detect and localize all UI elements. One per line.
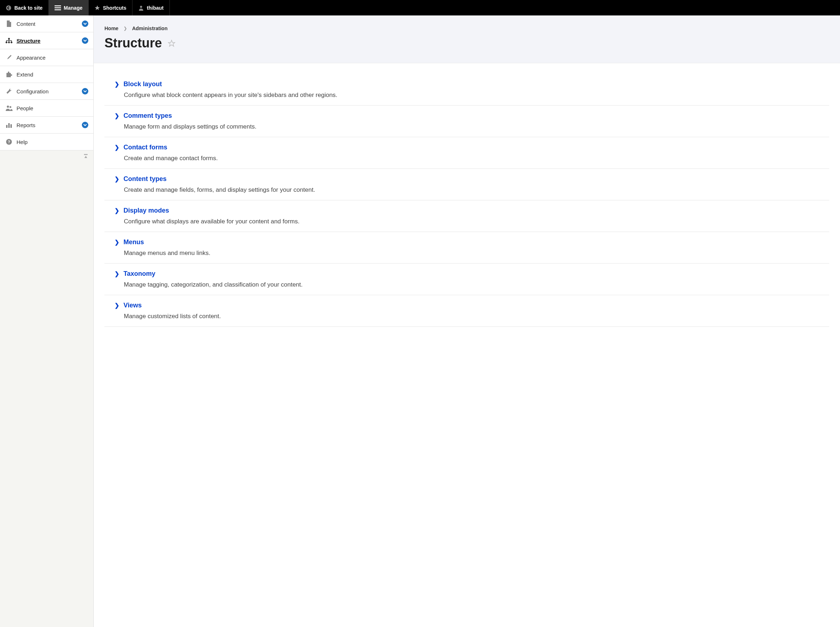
list-item: ❯ Views Manage customized lists of conte… <box>104 295 829 327</box>
paintbrush-icon <box>5 54 13 61</box>
admin-list: ❯ Block layout Configure what block cont… <box>94 63 840 337</box>
hamburger-icon <box>55 5 61 10</box>
chevron-down-icon[interactable] <box>82 122 88 128</box>
user-label: thibaut <box>147 5 164 11</box>
breadcrumb-admin[interactable]: Administration <box>132 25 168 31</box>
chevron-right-icon: ❯ <box>115 239 119 246</box>
sidebar-item-label: Extend <box>17 71 33 77</box>
svg-rect-13 <box>10 124 12 128</box>
content-types-link[interactable]: Content types <box>123 175 167 183</box>
sidebar-item-people[interactable]: People <box>0 100 93 117</box>
svg-point-7 <box>8 42 10 43</box>
svg-rect-12 <box>8 123 10 128</box>
sidebar-item-label: Appearance <box>17 55 46 61</box>
collapse-up-icon <box>83 154 88 160</box>
sidebar-item-content[interactable]: Content <box>0 16 93 32</box>
admin-sidebar: Content Structure Appearance <box>0 16 94 627</box>
list-item-description: Manage customized lists of content. <box>124 313 829 320</box>
bar-chart-icon <box>5 121 13 129</box>
sidebar-item-reports[interactable]: Reports <box>0 117 93 134</box>
chevron-right-icon: ❯ <box>123 26 127 31</box>
svg-point-10 <box>10 106 11 108</box>
page-title-text: Structure <box>104 36 162 50</box>
list-item-description: Manage tagging, categorization, and clas… <box>124 281 829 288</box>
manage-label: Manage <box>64 5 83 11</box>
list-item-description: Manage form and displays settings of com… <box>124 123 829 130</box>
chevron-down-icon[interactable] <box>82 88 88 95</box>
chevron-right-icon: ❯ <box>115 207 119 214</box>
admin-toolbar: Back to site Manage Shortcuts thibaut <box>0 0 840 16</box>
wrench-icon <box>5 87 13 95</box>
svg-rect-16 <box>84 154 88 155</box>
back-to-site-label: Back to site <box>14 5 43 11</box>
list-item-description: Configure what block content appears in … <box>124 91 829 99</box>
main-content: Home ❯ Administration Structure ❯ Block … <box>94 16 840 627</box>
comment-types-link[interactable]: Comment types <box>123 112 172 120</box>
sidebar-item-appearance[interactable]: Appearance <box>0 49 93 66</box>
sidebar-item-label: Reports <box>17 122 36 128</box>
svg-point-4 <box>140 6 142 8</box>
list-item-description: Create and manage fields, forms, and dis… <box>124 186 829 194</box>
list-item: ❯ Taxonomy Manage tagging, categorizatio… <box>104 263 829 295</box>
svg-point-5 <box>8 38 10 40</box>
taxonomy-link[interactable]: Taxonomy <box>123 270 156 277</box>
user-button[interactable]: thibaut <box>132 0 170 16</box>
menus-link[interactable]: Menus <box>123 238 144 246</box>
sidebar-collapse-button[interactable] <box>0 150 93 164</box>
chevron-down-icon[interactable] <box>82 37 88 44</box>
sidebar-item-structure[interactable]: Structure <box>0 32 93 49</box>
block-layout-link[interactable]: Block layout <box>123 80 162 88</box>
chevron-right-icon: ❯ <box>115 302 119 309</box>
svg-point-6 <box>6 42 8 43</box>
user-icon <box>138 5 144 11</box>
breadcrumb: Home ❯ Administration <box>104 25 829 31</box>
hierarchy-icon <box>5 37 13 44</box>
svg-point-0 <box>6 5 11 10</box>
back-arrow-icon <box>6 5 11 11</box>
document-icon <box>5 20 13 28</box>
shortcuts-label: Shortcuts <box>103 5 126 11</box>
star-icon <box>94 5 100 11</box>
contact-forms-link[interactable]: Contact forms <box>123 143 167 151</box>
svg-rect-1 <box>55 5 61 6</box>
list-item-description: Create and manage contact forms. <box>124 155 829 162</box>
shortcuts-button[interactable]: Shortcuts <box>89 0 132 16</box>
svg-rect-11 <box>6 125 8 128</box>
svg-point-8 <box>11 42 13 43</box>
breadcrumb-home[interactable]: Home <box>104 25 118 31</box>
back-to-site-button[interactable]: Back to site <box>0 0 49 16</box>
chevron-right-icon: ❯ <box>115 81 119 88</box>
page-title: Structure <box>104 36 829 50</box>
help-icon: ? <box>5 138 13 146</box>
list-item-description: Manage menus and menu links. <box>124 250 829 257</box>
display-modes-link[interactable]: Display modes <box>123 207 169 214</box>
chevron-down-icon[interactable] <box>82 20 88 27</box>
svg-rect-2 <box>55 7 61 8</box>
puzzle-icon <box>5 70 13 78</box>
manage-button[interactable]: Manage <box>49 0 89 16</box>
sidebar-item-label: Configuration <box>17 88 49 95</box>
favorite-star-icon[interactable] <box>168 36 176 50</box>
list-item-description: Configure what displays are available fo… <box>124 218 829 225</box>
sidebar-item-label: Content <box>17 21 36 27</box>
list-item: ❯ Display modes Configure what displays … <box>104 200 829 232</box>
sidebar-item-extend[interactable]: Extend <box>0 66 93 83</box>
list-item: ❯ Content types Create and manage fields… <box>104 169 829 200</box>
sidebar-item-label: Structure <box>17 38 41 44</box>
list-item: ❯ Menus Manage menus and menu links. <box>104 232 829 263</box>
svg-rect-3 <box>55 9 61 10</box>
chevron-right-icon: ❯ <box>115 270 119 277</box>
page-header: Home ❯ Administration Structure <box>94 16 840 63</box>
list-item: ❯ Contact forms Create and manage contac… <box>104 137 829 169</box>
svg-point-9 <box>7 106 9 108</box>
list-item: ❯ Block layout Configure what block cont… <box>104 74 829 106</box>
sidebar-item-help[interactable]: ? Help <box>0 134 93 150</box>
sidebar-item-configuration[interactable]: Configuration <box>0 83 93 100</box>
sidebar-item-label: Help <box>17 139 28 145</box>
svg-text:?: ? <box>8 140 10 144</box>
chevron-right-icon: ❯ <box>115 144 119 151</box>
sidebar-item-label: People <box>17 105 33 111</box>
people-icon <box>5 104 13 112</box>
views-link[interactable]: Views <box>123 302 142 309</box>
chevron-right-icon: ❯ <box>115 176 119 183</box>
